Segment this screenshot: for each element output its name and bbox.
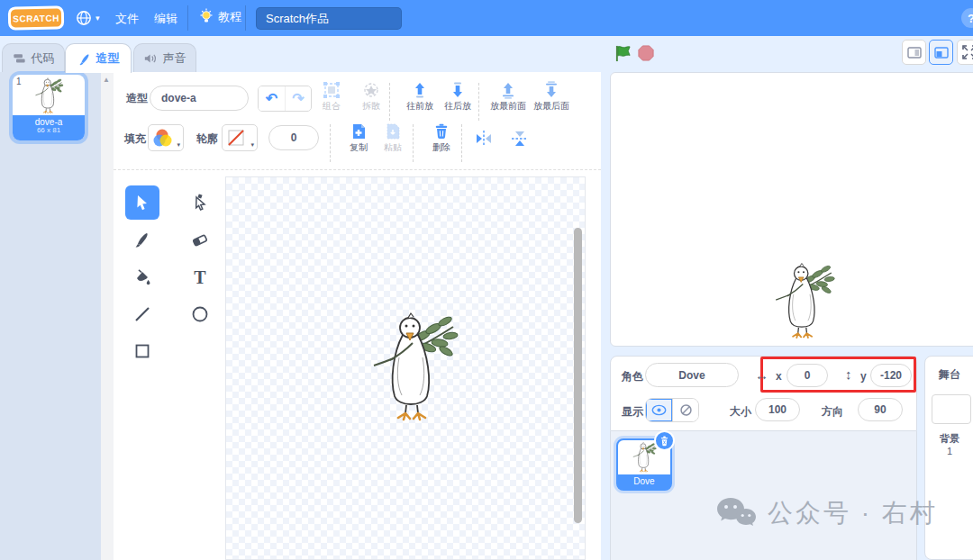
sprite-name-input[interactable] bbox=[645, 363, 739, 387]
fill-color-swatch[interactable]: ▾ bbox=[148, 124, 184, 151]
small-stage-button[interactable] bbox=[902, 40, 926, 65]
text-tool[interactable]: T bbox=[183, 260, 217, 294]
tab-costumes-label: 造型 bbox=[96, 50, 120, 67]
menu-file[interactable]: 文件 bbox=[115, 11, 139, 27]
group-icon bbox=[323, 81, 341, 99]
send-backward-button[interactable]: 往后放 bbox=[436, 81, 479, 113]
hide-sprite-button[interactable] bbox=[672, 399, 698, 421]
stage[interactable] bbox=[610, 72, 973, 347]
tab-code[interactable]: 代码 bbox=[2, 43, 65, 73]
stop-sign-icon bbox=[638, 45, 654, 61]
delete-sprite-button[interactable] bbox=[654, 430, 675, 451]
back-label: 放最后面 bbox=[533, 100, 569, 113]
small-stage-icon bbox=[907, 47, 922, 59]
x-position-input[interactable] bbox=[787, 364, 828, 387]
costume-list-panel bbox=[0, 72, 101, 560]
dove-sprite-thumbnail-image bbox=[632, 441, 657, 474]
group-button[interactable]: 组合 bbox=[310, 81, 353, 113]
scratch-logo[interactable]: SCRATCH bbox=[8, 5, 64, 30]
fullscreen-button[interactable] bbox=[957, 40, 973, 65]
ungroup-button[interactable]: 拆散 bbox=[350, 81, 393, 113]
outline-label: 轮廓 bbox=[196, 131, 218, 147]
large-stage-button[interactable] bbox=[929, 40, 953, 65]
menu-edit[interactable]: 编辑 bbox=[154, 11, 177, 27]
scroll-up-icon[interactable]: ▲ bbox=[103, 76, 110, 84]
show-sprite-button[interactable] bbox=[646, 399, 672, 421]
flip-vertical-button[interactable] bbox=[510, 129, 530, 152]
fullscreen-icon bbox=[962, 45, 973, 59]
flip-horizontal-button[interactable] bbox=[474, 129, 494, 152]
eraser-tool[interactable] bbox=[183, 222, 217, 257]
eye-open-icon bbox=[651, 404, 667, 416]
dove-thumbnail-image bbox=[33, 77, 64, 115]
project-title-input[interactable] bbox=[256, 7, 402, 30]
dove-sprite-on-stage[interactable] bbox=[772, 260, 835, 342]
costume-list-scrollbar[interactable] bbox=[101, 72, 114, 560]
visibility-toggle bbox=[645, 398, 699, 422]
backdrop-count: 1 bbox=[925, 446, 973, 456]
scratch-editor: SCRATCH ▾ 文件 编辑 教程 ? 代码 造型 声音 bbox=[0, 0, 973, 560]
y-position-input[interactable] bbox=[870, 364, 912, 387]
line-tool[interactable] bbox=[125, 297, 159, 331]
logo-text: SCRATCH bbox=[13, 13, 59, 23]
delete-button[interactable]: 删除 bbox=[420, 122, 463, 154]
stop-button[interactable] bbox=[638, 45, 654, 65]
canvas-vertical-scrollbar[interactable] bbox=[574, 228, 582, 523]
tab-sounds[interactable]: 声音 bbox=[133, 43, 196, 73]
toolbar-divider bbox=[330, 124, 331, 162]
paste-button[interactable]: 粘贴 bbox=[371, 122, 414, 154]
stage-selector-panel[interactable]: 舞台 背景 1 bbox=[924, 356, 973, 560]
stage-panel-title: 舞台 bbox=[925, 367, 973, 383]
eraser-icon bbox=[191, 230, 209, 248]
size-input[interactable] bbox=[755, 398, 800, 421]
send-to-back-button[interactable]: 放最后面 bbox=[530, 81, 573, 113]
flip-horizontal-icon bbox=[474, 129, 494, 149]
menu-bar: SCRATCH ▾ 文件 编辑 教程 ? bbox=[0, 0, 973, 36]
select-tool[interactable] bbox=[125, 185, 159, 220]
tab-code-label: 代码 bbox=[32, 50, 55, 67]
brush-tool[interactable] bbox=[125, 222, 159, 257]
copy-label: 复制 bbox=[350, 141, 368, 154]
menu-tutorials[interactable]: 教程 bbox=[199, 8, 241, 26]
direction-input[interactable] bbox=[858, 398, 903, 421]
fill-tool[interactable] bbox=[125, 260, 159, 294]
reshape-tool[interactable] bbox=[183, 185, 217, 220]
paint-canvas[interactable] bbox=[225, 176, 586, 560]
backdrop-thumbnail[interactable] bbox=[932, 394, 971, 424]
toolbar-divider bbox=[413, 124, 414, 162]
costume-name-label: 造型 bbox=[126, 91, 148, 106]
undo-button[interactable]: ↶ bbox=[259, 86, 285, 111]
bring-forward-button[interactable]: 往前放 bbox=[398, 81, 441, 113]
language-selector[interactable]: ▾ bbox=[76, 10, 100, 26]
backward-icon bbox=[449, 81, 467, 99]
costume-item-dove-a[interactable]: 1 dove-a 66 x 81 bbox=[13, 75, 85, 140]
flip-vertical-icon bbox=[510, 129, 530, 149]
tab-costumes[interactable]: 造型 bbox=[65, 43, 132, 73]
menubar-divider bbox=[245, 5, 246, 31]
forward-label: 往前放 bbox=[406, 100, 433, 113]
green-flag-button[interactable] bbox=[614, 45, 632, 66]
tab-sounds-label: 声音 bbox=[163, 50, 186, 67]
help-button[interactable]: ? bbox=[961, 8, 973, 28]
redo-button[interactable]: ↷ bbox=[285, 86, 311, 111]
sprite-label: 角色 bbox=[622, 369, 643, 384]
paint-bucket-icon bbox=[133, 268, 151, 286]
toolbar-divider bbox=[461, 124, 462, 162]
paint-editor-panel: 造型 ↶ ↷ 组合 拆散 往前放 往后放 放最前面 放最后面 bbox=[114, 72, 601, 560]
bring-to-front-button[interactable]: 放最前面 bbox=[486, 81, 530, 113]
rectangle-tool[interactable] bbox=[125, 334, 159, 368]
dove-costume-artwork[interactable] bbox=[368, 309, 459, 426]
menubar-divider bbox=[187, 5, 188, 31]
front-label: 放最前面 bbox=[490, 100, 526, 113]
circle-tool[interactable] bbox=[183, 297, 217, 331]
fill-caret-icon: ▾ bbox=[177, 141, 180, 149]
group-label: 组合 bbox=[323, 100, 341, 113]
y-arrow-icon: ↕ bbox=[845, 366, 852, 382]
toolbar-divider bbox=[389, 83, 390, 121]
costume-name-input[interactable] bbox=[150, 86, 249, 111]
globe-icon bbox=[76, 10, 92, 26]
stroke-width-input[interactable] bbox=[268, 125, 319, 150]
back-icon bbox=[542, 81, 560, 99]
x-arrow-icon: ↔ bbox=[755, 367, 768, 383]
outline-color-swatch[interactable]: ▾ bbox=[222, 124, 258, 151]
